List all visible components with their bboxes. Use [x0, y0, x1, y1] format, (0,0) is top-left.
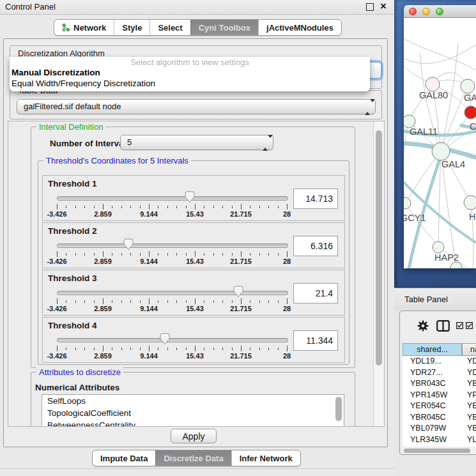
attribute-item-betweennesscentrality[interactable]: BetweennessCentrality: [42, 419, 344, 427]
network-node-gal4[interactable]: [432, 142, 450, 160]
table-data-combobox[interactable]: galFiltered.sif default node: [17, 99, 376, 114]
tick-mark: [158, 300, 158, 303]
tick-mark: [84, 300, 85, 303]
table-horizontal-scrollbar[interactable]: [403, 448, 476, 454]
network-node-gcy1[interactable]: [404, 197, 411, 209]
threshold-value-field-4[interactable]: 11.344: [293, 330, 338, 351]
table-row[interactable]: YLR345WYLR3: [403, 434, 476, 446]
table-row[interactable]: YBR045CYBR0: [403, 412, 476, 424]
tab-style[interactable]: Style: [114, 20, 150, 35]
network-node-gal11[interactable]: [404, 115, 415, 128]
slider-ticks: [57, 298, 287, 305]
float-window-icon[interactable]: [366, 3, 374, 11]
tick-mark: [94, 206, 95, 208]
dropdown-option-manual-discretization[interactable]: Manual Discretization: [12, 68, 100, 77]
tick-mark: [259, 253, 260, 256]
close-icon[interactable]: ×: [378, 0, 388, 13]
tick-mark: [167, 206, 168, 208]
tick-mark: [130, 348, 131, 350]
node-table: shared...na YDL19...YDL1YDR27...YDR2YBR0…: [403, 343, 476, 447]
network-node-gal80[interactable]: [426, 77, 440, 91]
tab-network[interactable]: Network: [54, 20, 114, 35]
slider-thumb[interactable]: [185, 191, 195, 203]
minimize-traffic-light-icon[interactable]: [422, 8, 430, 15]
checkbox-icon[interactable]: [456, 322, 463, 329]
tick-mark: [195, 298, 196, 304]
table-cell: YDR27...: [403, 367, 462, 379]
slider-track[interactable]: [57, 243, 288, 248]
slider-track[interactable]: [57, 196, 288, 201]
column-header-name[interactable]: na: [462, 343, 476, 356]
num-intervals-spinner[interactable]: 5: [120, 135, 273, 150]
slider-thumb[interactable]: [233, 286, 243, 298]
attribute-item-topologicalcoefficient[interactable]: TopologicalCoefficient: [42, 407, 344, 419]
node-label: C: [470, 121, 476, 132]
tick-label: 2.859: [94, 305, 112, 312]
tick-mark: [176, 300, 177, 303]
slider-thumb[interactable]: [123, 238, 134, 250]
tick-label: 9.144: [140, 352, 158, 360]
combo-steppers-icon: [365, 102, 371, 112]
network-node-h[interactable]: [464, 196, 476, 210]
tick-mark: [241, 204, 242, 210]
threshold-value-field-1[interactable]: 14.713: [293, 188, 338, 209]
numerical-attributes-label: Numerical Attributes: [35, 383, 119, 392]
tab-select[interactable]: Select: [150, 20, 190, 35]
table-row[interactable]: YDR27...YDR2: [403, 367, 476, 379]
slider-track[interactable]: [57, 291, 288, 295]
checkbox-icon[interactable]: [466, 322, 473, 329]
slider-track[interactable]: [57, 338, 288, 342]
tick-mark: [158, 206, 158, 208]
tick-mark: [195, 204, 196, 210]
tab-jactivemnodules[interactable]: jActiveMNodules: [258, 20, 341, 35]
threshold-value-field-3[interactable]: 21.4: [293, 283, 338, 303]
node-label: GA: [464, 93, 476, 103]
table-row[interactable]: YPR145WYPR1: [403, 390, 476, 401]
tick-label: 2.859: [94, 210, 112, 218]
tick-mark: [250, 253, 250, 256]
attributes-list-scrollbar[interactable]: [335, 397, 342, 421]
tab-infer-network[interactable]: Infer Network: [231, 450, 300, 466]
interval-group-title: Interval Definition: [36, 122, 105, 132]
tick-label: 2.859: [94, 257, 112, 265]
attribute-item-selfloops[interactable]: SelfLoops: [42, 395, 344, 407]
tab-impute-data[interactable]: Impute Data: [93, 450, 155, 466]
close-traffic-light-icon[interactable]: [409, 8, 417, 15]
tab-cyni-toolbox[interactable]: Cyni Toolbox: [190, 20, 258, 35]
settings-vertical-scrollbar[interactable]: [373, 121, 384, 426]
network-node-ga[interactable]: [461, 79, 475, 93]
tick-label: -3.426: [47, 257, 66, 265]
column-header-shared-name[interactable]: shared...: [403, 343, 462, 356]
tick-mark: [268, 348, 269, 350]
table-row[interactable]: YBR043CYBR0: [403, 378, 476, 390]
slider-thumb[interactable]: [160, 333, 170, 345]
tick-mark: [103, 346, 104, 351]
tick-mark: [112, 348, 112, 350]
table-row[interactable]: YIL052CYIL0: [403, 445, 476, 447]
apply-button[interactable]: Apply: [171, 429, 217, 443]
network-node-hap2[interactable]: [433, 242, 444, 253]
horizontal-scrollbar-thumb[interactable]: [404, 449, 470, 453]
gear-icon[interactable]: [417, 320, 429, 332]
table-row[interactable]: YDL19...YDL1: [403, 356, 476, 367]
tick-label: -3.426: [47, 305, 66, 312]
tick-mark: [241, 251, 242, 257]
network-node-c[interactable]: [464, 106, 476, 119]
tab-discretize-data[interactable]: Discretize Data: [155, 450, 231, 466]
network-canvas[interactable]: GAL80GACGAL11GAL4GCY1HHAP2: [404, 18, 476, 268]
slider-ticks: [57, 251, 287, 257]
table-row[interactable]: YER054CYER0: [403, 401, 476, 412]
columns-icon[interactable]: [436, 320, 450, 332]
network-window-titlebar[interactable]: [404, 5, 476, 18]
tick-mark: [75, 348, 76, 350]
tick-mark: [167, 348, 168, 350]
vertical-scrollbar-thumb[interactable]: [376, 130, 382, 365]
table-row[interactable]: YBL079WYBL0: [403, 423, 476, 434]
threshold-label-3: Threshold 3: [48, 273, 97, 283]
zoom-traffic-light-icon[interactable]: [436, 8, 443, 15]
dropdown-option-equal-width-frequency-discretization[interactable]: Equal Width/Frequency Discretization: [12, 79, 155, 88]
tick-mark: [167, 300, 168, 303]
table-cell: YDL19...: [403, 356, 462, 367]
tick-mark: [176, 206, 177, 208]
threshold-value-field-2[interactable]: 6.316: [293, 236, 338, 256]
